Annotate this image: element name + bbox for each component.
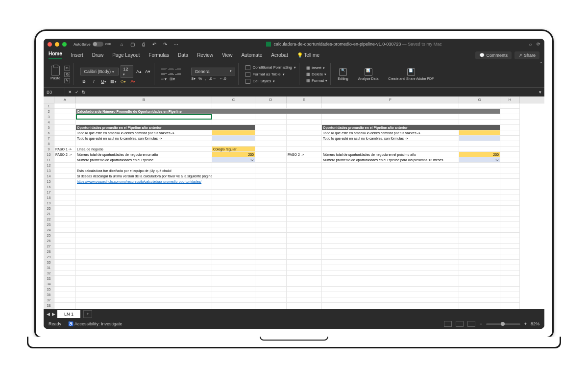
col-header[interactable]: C [212, 97, 255, 103]
tab-data[interactable]: Data [178, 52, 188, 58]
copy-icon[interactable]: ⧉ [64, 72, 70, 77]
normal-view-icon[interactable] [444, 321, 452, 327]
zoom-level[interactable]: 82% [531, 321, 539, 326]
percent-icon[interactable]: % [198, 76, 202, 81]
align-left-icon[interactable] [161, 72, 167, 76]
format-cells-button[interactable]: ▦ Format ▾ [306, 78, 327, 83]
more-icon[interactable]: ⋯ [173, 41, 179, 47]
spreadsheet-grid: A B C D E F G H 12Calculadora de Número … [44, 97, 544, 309]
col-header[interactable]: E [287, 97, 322, 103]
clipboard-group: Paste ✂ ⧉ ✎ [48, 63, 74, 85]
share-button[interactable]: ↗ Share [514, 51, 539, 59]
increase-decimal-icon[interactable]: .0→ [209, 76, 216, 81]
format-table-button[interactable]: Format as Table ▾ [245, 72, 295, 77]
home-icon[interactable]: ⌂ [119, 41, 125, 47]
print-icon[interactable]: ⎙ [141, 41, 147, 47]
col-header[interactable]: G [459, 97, 500, 103]
grid-rows[interactable]: 12Calculadora de Número Promedio de Opor… [44, 103, 544, 309]
confirm-icon[interactable]: ✓ [75, 90, 79, 95]
tab-draw[interactable]: Draw [92, 52, 103, 58]
tab-page-layout[interactable]: Page Layout [112, 52, 140, 58]
fill-color-button[interactable]: ◇▾ [120, 79, 126, 84]
search-icon[interactable]: ⌕ [529, 42, 532, 47]
accessibility-status[interactable]: ♿ Accessibility: Investigate [68, 321, 122, 326]
delete-cells-button[interactable]: ▦ Delete ▾ [306, 72, 327, 77]
redo-icon[interactable]: ↷ [162, 41, 168, 47]
close-icon[interactable] [48, 42, 52, 47]
undo-icon[interactable]: ↶ [151, 41, 157, 47]
tab-acrobat[interactable]: Acrobat [271, 52, 288, 58]
cut-icon[interactable]: ✂ [64, 66, 70, 71]
name-box[interactable]: B3 [44, 88, 65, 96]
tab-formulas[interactable]: Formulas [148, 52, 169, 58]
comma-icon[interactable]: , [205, 76, 206, 81]
merge-icon[interactable]: ⊞▾ [170, 77, 175, 81]
prev-sheet-icon[interactable]: ◀ [47, 312, 50, 317]
col-header[interactable]: A [54, 97, 76, 103]
font-color-button[interactable]: A▾ [129, 79, 136, 84]
tab-view[interactable]: View [222, 52, 233, 58]
ribbon-tabs: Home Insert Draw Page Layout Formulas Da… [44, 49, 544, 61]
formula-input[interactable] [88, 89, 533, 96]
autosave-toggle[interactable]: AutoSave OFF [74, 42, 111, 47]
cancel-icon[interactable]: ✕ [68, 90, 72, 95]
col-header[interactable]: H [500, 97, 520, 103]
increase-font-icon[interactable]: A▴ [135, 69, 142, 74]
excel-window: AutoSave OFF ⌂ ▢ ⎙ ↶ ↷ ⋯ calculadora-de-… [44, 39, 544, 329]
page-break-view-icon[interactable] [467, 321, 475, 327]
font-select[interactable]: Calibri (Body) ▾ [80, 68, 119, 75]
collapse-ribbon-icon[interactable]: ˄ [540, 61, 542, 67]
tab-review[interactable]: Review [197, 52, 213, 58]
border-button[interactable]: ▦▾ [110, 79, 117, 84]
currency-icon[interactable]: $▾ [191, 76, 195, 81]
bold-button[interactable]: B [80, 79, 87, 84]
col-header[interactable]: D [255, 97, 287, 103]
col-header[interactable]: F [322, 97, 459, 103]
underline-button[interactable]: U▾ [100, 79, 107, 84]
save-icon[interactable]: ▢ [130, 41, 136, 47]
expand-formula-icon[interactable]: ▾ [536, 90, 544, 95]
decrease-decimal-icon[interactable]: ←.0 [219, 76, 226, 81]
status-ready: Ready [49, 321, 61, 326]
align-top-icon[interactable] [161, 67, 167, 71]
tab-insert[interactable]: Insert [71, 52, 83, 58]
align-bottom-icon[interactable] [175, 67, 181, 71]
size-select[interactable]: 12 ▾ [121, 65, 133, 78]
align-center-icon[interactable] [168, 72, 174, 76]
zoom-in-icon[interactable]: + [524, 321, 527, 326]
wrap-text-icon[interactable]: ↩▾ [161, 77, 167, 81]
italic-button[interactable]: I [90, 79, 97, 84]
number-format-select[interactable]: General ▾ [191, 68, 235, 75]
ribbon: Paste ✂ ⧉ ✎ Calibri (Body) ▾ 12 ▾ A▴ A▾ … [44, 61, 544, 88]
zoom-slider[interactable] [486, 323, 520, 325]
tell-me[interactable]: 💡 Tell me [297, 52, 319, 58]
cell-styles-button[interactable]: Cell Styles ▾ [245, 78, 295, 84]
editing-button[interactable]: 🔍Editing [338, 68, 348, 81]
tab-automate[interactable]: Automate [241, 52, 262, 58]
page-layout-view-icon[interactable] [456, 321, 464, 327]
zoom-out-icon[interactable]: − [479, 321, 482, 326]
col-header[interactable]: B [76, 97, 212, 103]
add-sheet-button[interactable]: + [83, 310, 92, 318]
tab-home[interactable]: Home [49, 51, 62, 59]
font-group: Calibri (Body) ▾ 12 ▾ A▴ A▾ B I U▾ ▦▾ ◇▾… [77, 63, 154, 85]
fx-icon[interactable]: fx [82, 90, 85, 95]
next-sheet-icon[interactable]: ▶ [52, 312, 55, 317]
sync-icon[interactable]: ⟳ [537, 42, 540, 47]
sheet-tab-bar: ◀ ▶ LN 1 + [44, 309, 544, 319]
minimize-icon[interactable] [55, 42, 59, 47]
decrease-font-icon[interactable]: A▾ [144, 69, 151, 74]
comments-button[interactable]: 💬 Comments [475, 51, 512, 59]
adobe-pdf-button[interactable]: 📄Create and Share Adobe PDF [388, 68, 434, 81]
select-all-corner[interactable] [44, 97, 54, 103]
align-right-icon[interactable] [175, 72, 181, 76]
sheet-tab[interactable]: LN 1 [57, 310, 80, 318]
format-painter-icon[interactable]: ✎ [64, 78, 70, 83]
align-middle-icon[interactable] [168, 67, 174, 71]
conditional-formatting-button[interactable]: Conditional Formatting ▾ [245, 65, 295, 71]
number-group: General ▾ $▾ % , .0→ ←.0 [188, 63, 239, 85]
paste-button[interactable]: Paste [50, 66, 60, 83]
analyze-data-button[interactable]: 📊Analyze Data [358, 68, 379, 81]
maximize-icon[interactable] [62, 42, 67, 47]
insert-cells-button[interactable]: ▦ Insert ▾ [306, 65, 327, 71]
